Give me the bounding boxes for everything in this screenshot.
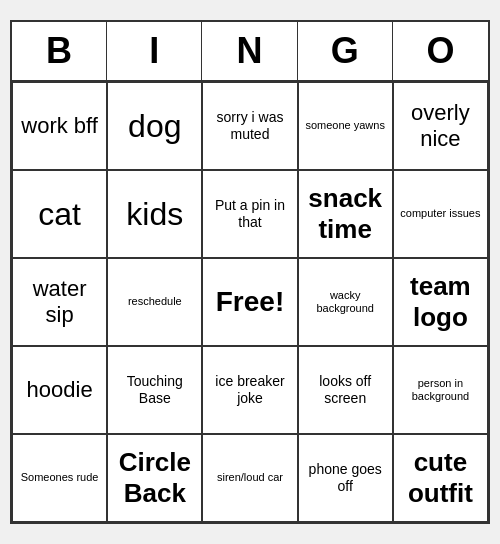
bingo-grid: work bffdogsorry i was mutedsomeone yawn…: [12, 82, 488, 522]
bingo-card: BINGO work bffdogsorry i was mutedsomeon…: [10, 20, 490, 524]
bingo-cell: snack time: [298, 170, 393, 258]
bingo-cell: ice breaker joke: [202, 346, 297, 434]
bingo-cell: dog: [107, 82, 202, 170]
header-letter: N: [202, 22, 297, 80]
bingo-cell: Put a pin in that: [202, 170, 297, 258]
header-letter: I: [107, 22, 202, 80]
bingo-cell: sorry i was muted: [202, 82, 297, 170]
bingo-cell: Touching Base: [107, 346, 202, 434]
bingo-cell: kids: [107, 170, 202, 258]
bingo-cell: hoodie: [12, 346, 107, 434]
bingo-cell: Someones rude: [12, 434, 107, 522]
bingo-cell: Circle Back: [107, 434, 202, 522]
bingo-cell: wacky background: [298, 258, 393, 346]
bingo-header: BINGO: [12, 22, 488, 82]
bingo-cell: someone yawns: [298, 82, 393, 170]
bingo-cell: looks off screen: [298, 346, 393, 434]
bingo-cell: Free!: [202, 258, 297, 346]
bingo-cell: cute outfit: [393, 434, 488, 522]
bingo-cell: overly nice: [393, 82, 488, 170]
bingo-cell: reschedule: [107, 258, 202, 346]
bingo-cell: person in background: [393, 346, 488, 434]
header-letter: B: [12, 22, 107, 80]
header-letter: O: [393, 22, 488, 80]
bingo-cell: phone goes off: [298, 434, 393, 522]
bingo-cell: water sip: [12, 258, 107, 346]
bingo-cell: work bff: [12, 82, 107, 170]
bingo-cell: computer issues: [393, 170, 488, 258]
bingo-cell: team logo: [393, 258, 488, 346]
header-letter: G: [298, 22, 393, 80]
bingo-cell: cat: [12, 170, 107, 258]
bingo-cell: siren/loud car: [202, 434, 297, 522]
